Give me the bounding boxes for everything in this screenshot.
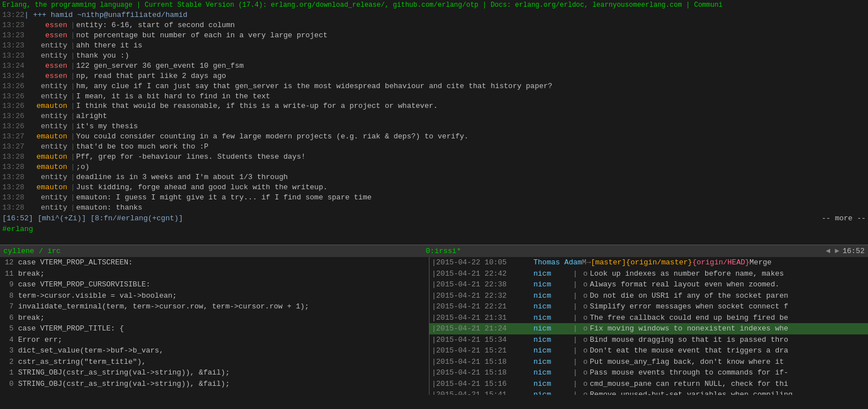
chat-separator: | (70, 193, 76, 203)
code-line: 2 cstr_as_string("term_title"), (0, 356, 429, 368)
chat-msg: np, read that part like 2 days ago (76, 71, 866, 81)
git-author: nicm (533, 356, 573, 368)
code-content: break; (18, 312, 45, 324)
chat-time: 13:23 (2, 20, 24, 31)
git-author: nicm (533, 367, 573, 378)
chat-nick: emauton (24, 162, 70, 172)
chat-msg: | +++ hamid ~nithp@unaffiliated/hamid (24, 10, 866, 20)
git-origin-head: {origin/HEAD} (692, 257, 749, 268)
git-date: |2015-04-21 21:31 (432, 312, 533, 324)
chat-line: 13:26entity| hm, any clue if I can just … (0, 81, 868, 92)
git-msg: Remove unused-but-set variables when com… (590, 389, 866, 395)
git-indicator: o (581, 301, 590, 312)
chat-separator: | (70, 71, 76, 81)
git-msg: Put mouse_any_flag back, don't know wher… (590, 356, 866, 368)
git-type: | (573, 312, 581, 324)
status-bar: cyllene / irc 0:irssi* ◄ ► 16:52 (0, 245, 868, 257)
chat-msg: ahh there it is (76, 41, 866, 51)
chat-separator: | (70, 203, 76, 213)
chat-line: 13:22 | +++ hamid ~nithp@unaffiliated/ha… (0, 10, 868, 20)
git-indicator: o (581, 268, 590, 280)
chat-nick: essen (24, 61, 70, 71)
code-content: STRING_OBJ(cstr_as_string(val->string)),… (18, 378, 229, 390)
git-type: | (573, 389, 581, 395)
chat-time: 13:24 (2, 61, 24, 71)
erlang-channel-line: #erlang (0, 224, 868, 234)
code-lines: 12 case VTERM_PROP_ALTSCREEN:11 break;9 … (0, 257, 429, 389)
chat-separator: | (70, 92, 76, 102)
status-bar-left: cyllene / irc (3, 247, 60, 255)
git-line: |2015-04-21 21:24 nicm | o Fix moving wi… (429, 323, 868, 334)
chat-separator: | (70, 51, 76, 61)
chat-nick: emauton (24, 132, 70, 142)
chat-line: 13:23entity| ahh there it is (0, 41, 868, 51)
git-date: |2015-04-21 15:16 (432, 378, 533, 390)
chat-separator: | (70, 111, 76, 121)
chat-msg: I think that would be reasonable, if thi… (76, 101, 866, 111)
chat-time: 13:22 (2, 10, 24, 20)
code-content: invalidate_terminal(term, term->cursor.r… (18, 301, 309, 312)
line-number: 4 (2, 334, 18, 346)
code-panel: 12 case VTERM_PROP_ALTSCREEN:11 break;9 … (0, 257, 429, 395)
git-msg: Simplify error messages when socket conn… (590, 301, 866, 312)
chat-nick: essen (24, 31, 70, 41)
chat-line: 13:28entity| emauton: thanks (0, 203, 868, 213)
chat-nick: emauton (24, 152, 70, 162)
title-bar: Erlang, the programming language | Curre… (0, 0, 868, 10)
chat-msg: entity: 6-16, start of second column (76, 20, 866, 31)
chat-line: 13:26emauton| I think that would be reas… (0, 101, 868, 111)
chat-msg: Just kidding, forge ahead and good luck … (76, 182, 866, 193)
git-line: |2015-04-21 22:42 nicm | o Look up index… (429, 268, 868, 280)
chat-separator: | (70, 121, 76, 132)
chat-nick: entity (24, 41, 70, 51)
line-number: 12 (2, 257, 18, 268)
git-author: nicm (533, 301, 573, 312)
chat-time: 13:26 (2, 111, 24, 121)
git-msg: Pass mouse events through to commands fo… (590, 367, 866, 378)
line-number: 0 (2, 378, 18, 390)
chat-msg: You could consider counting in a few lar… (76, 132, 866, 142)
git-msg: Merge (749, 257, 866, 268)
chat-msg: 122 gen_server 36 gen_event 10 gen_fsm (76, 61, 866, 71)
chat-time: 13:28 (2, 172, 24, 182)
chat-line: 13:28emauton| Just kidding, forge ahead … (0, 182, 868, 193)
chat-time: 13:28 (2, 203, 24, 213)
git-author: nicm (533, 389, 573, 395)
chat-msg: thank you :) (76, 51, 866, 61)
chat-time: 13:24 (2, 71, 24, 81)
chat-line: 13:27entity| that'd be too much work tho… (0, 142, 868, 152)
chat-time: 13:23 (2, 41, 24, 51)
git-msg: cmd_mouse_pane can return NULL, check fo… (590, 378, 866, 390)
chat-line: 13:26entity| I mean, it is a bit hard to… (0, 92, 868, 102)
more-indicator: -- more -- (822, 214, 866, 224)
git-author: nicm (533, 268, 573, 280)
git-author: nicm (533, 334, 573, 346)
chat-time: 13:23 (2, 51, 24, 61)
chat-line: 13:23essen| entity: 6-16, start of secon… (0, 20, 868, 31)
git-origin-master: {origin/master} (626, 257, 692, 268)
git-msg: Look up indexes as number before name, m… (590, 268, 866, 280)
code-content: cstr_as_string("term_title"), (18, 356, 146, 368)
line-number: 11 (2, 268, 18, 280)
git-date: |2015-04-21 22:38 (432, 279, 533, 290)
chat-nick: entity (24, 111, 70, 121)
line-number: 7 (2, 301, 18, 312)
chat-msg: I mean, it is a bit hard to find in the … (76, 92, 866, 102)
git-date: |2015-04-21 22:32 (432, 290, 533, 302)
code-line: 4 Error err; (0, 334, 429, 346)
chat-line: 13:26entity| it's my thesis (0, 121, 868, 132)
git-line: |2015-04-21 22:38 nicm | o Always format… (429, 279, 868, 290)
chat-line: 13:28emauton| ;o) (0, 162, 868, 172)
git-indicator: o (581, 378, 590, 390)
git-indicator: o (581, 345, 590, 356)
code-line: 11 break; (0, 268, 429, 280)
git-type: | (573, 367, 581, 378)
code-content: break; (18, 268, 45, 280)
chat-time: 13:28 (2, 182, 24, 193)
chat-nick: entity (24, 203, 70, 213)
chat-time: 13:28 (2, 193, 24, 203)
chat-nick: entity (24, 121, 70, 132)
line-number: 5 (2, 323, 18, 334)
chat-nick: entity (24, 81, 70, 92)
chat-separator: | (70, 182, 76, 193)
